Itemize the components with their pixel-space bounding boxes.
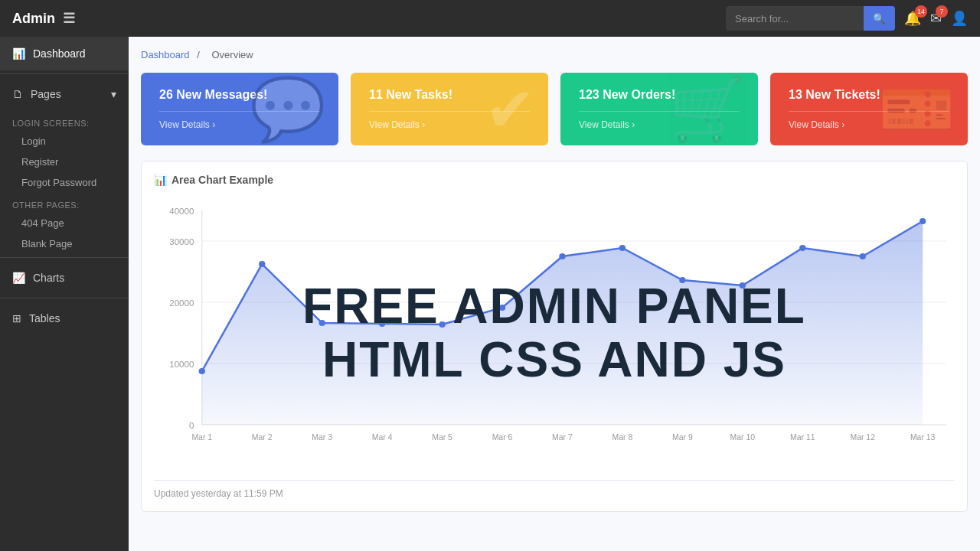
pages-label: Pages [31,88,61,100]
svg-point-18 [619,245,626,251]
breadcrumb: Dashboard / Overview [141,49,968,60]
chart-card: 📊 Area Chart Example FREE ADMIN PANEL HT… [141,161,968,512]
svg-text:Mar 2: Mar 2 [252,433,273,442]
svg-text:Mar 9: Mar 9 [672,433,693,442]
navbar-right: 🔍 🔔 14 ✉ 7 👤 [726,6,968,31]
card-tasks-icon: ✔ [485,73,536,145]
svg-point-11 [199,368,205,374]
svg-point-17 [559,253,565,259]
sidebar-item-login[interactable]: Login [0,131,129,152]
cards-row: 26 New Messages! View Details › 💬 11 New… [141,73,968,145]
messages-icon[interactable]: ✉ 7 [930,10,942,27]
svg-text:0: 0 [189,421,194,430]
svg-text:Mar 10: Mar 10 [730,433,756,442]
layout: 📊 Dashboard 🗋 Pages ▾ Login Screens: Log… [0,37,980,551]
brand: Admin ☰ [12,10,75,27]
card-tickets-icon: 🎫 [879,73,956,145]
card-tasks[interactable]: 11 New Tasks! View Details › ✔ [351,73,548,145]
tables-label: Tables [29,312,60,324]
sidebar-item-blank[interactable]: Blank Page [0,233,129,254]
card-tickets[interactable]: 13 New Tickets! View Details › 🎫 [770,73,968,145]
card-orders-icon: 🛒 [669,73,746,145]
svg-text:Mar 5: Mar 5 [432,433,452,442]
sidebar: 📊 Dashboard 🗋 Pages ▾ Login Screens: Log… [0,37,129,551]
svg-point-19 [679,277,685,283]
search-bar: 🔍 [726,6,895,31]
navbar: Admin ☰ 🔍 🔔 14 ✉ 7 👤 [0,0,980,37]
card-orders[interactable]: 123 New Orders! View Details › 🛒 [560,73,758,145]
sidebar-item-pages[interactable]: 🗋 Pages ▾ [0,77,129,111]
svg-text:Mar 11: Mar 11 [790,433,815,442]
search-input[interactable] [726,8,864,29]
sidebar-item-dashboard[interactable]: 📊 Dashboard [0,37,129,70]
charts-label: Charts [33,272,64,284]
chevron-down-icon: ▾ [111,88,116,100]
sidebar-item-tables[interactable]: ⊞ Tables [0,302,129,335]
sidebar-item-404[interactable]: 404 Page [0,213,129,233]
card-messages[interactable]: 26 New Messages! View Details › 💬 [141,73,338,145]
svg-point-16 [499,305,505,311]
sidebar-item-register[interactable]: Register [0,152,129,172]
svg-point-21 [799,245,805,251]
svg-text:Mar 1: Mar 1 [191,433,212,442]
chart-title-text: Area Chart Example [172,174,273,186]
svg-point-14 [379,321,385,327]
notification-badge: 14 [915,5,927,18]
charts-icon: 📈 [12,272,25,284]
breadcrumb-separator: / [197,49,200,60]
svg-text:30000: 30000 [169,237,194,246]
dashboard-icon: 📊 [12,47,25,60]
chart-svg: 0 10000 20000 30000 40000 [154,195,955,471]
chart-area: FREE ADMIN PANEL HTML CSS AND JS [154,195,955,471]
search-button[interactable]: 🔍 [864,6,895,31]
chart-title: 📊 Area Chart Example [154,174,955,186]
pages-icon: 🗋 [12,88,23,100]
sidebar-divider-3 [0,298,129,298]
sidebar-divider-1 [0,73,129,74]
svg-point-20 [740,282,746,289]
brand-name: Admin [12,11,55,27]
message-badge: 7 [936,5,948,18]
sidebar-item-forgot-password[interactable]: Forgot Password [0,172,129,193]
login-screens-category: Login Screens: [0,111,129,131]
svg-point-12 [259,261,265,267]
svg-point-22 [860,253,866,259]
sidebar-item-charts[interactable]: 📈 Charts [0,261,129,295]
svg-text:20000: 20000 [169,298,194,308]
chart-title-icon: 📊 [154,174,167,186]
chart-footer: Updated yesterday at 11:59 PM [154,480,955,499]
card-messages-icon: 💬 [250,73,326,145]
svg-text:Mar 7: Mar 7 [552,433,573,442]
breadcrumb-current: Overview [211,49,253,60]
dashboard-label: Dashboard [33,47,86,60]
svg-text:Mar 8: Mar 8 [612,433,633,442]
tables-icon: ⊞ [12,312,21,324]
sidebar-pages-submenu: Login Screens: Login Register Forgot Pas… [0,111,129,254]
svg-text:Mar 12: Mar 12 [850,433,875,442]
svg-text:40000: 40000 [169,207,194,216]
notifications-icon[interactable]: 🔔 14 [904,10,921,27]
svg-text:10000: 10000 [169,360,194,369]
user-icon[interactable]: 👤 [951,10,968,27]
svg-text:Mar 3: Mar 3 [312,433,332,442]
breadcrumb-root[interactable]: Dashboard [141,49,190,60]
hamburger-icon[interactable]: ☰ [63,10,75,27]
svg-marker-10 [202,221,923,425]
svg-point-15 [439,321,445,328]
svg-text:Mar 13: Mar 13 [910,433,936,442]
svg-point-23 [920,218,926,224]
other-pages-category: Other Pages: [0,193,129,213]
svg-text:Mar 4: Mar 4 [372,433,393,442]
sidebar-divider-2 [0,257,129,258]
svg-point-13 [318,320,325,326]
svg-text:Mar 6: Mar 6 [492,433,513,442]
main-content: Dashboard / Overview 26 New Messages! Vi… [129,37,980,551]
